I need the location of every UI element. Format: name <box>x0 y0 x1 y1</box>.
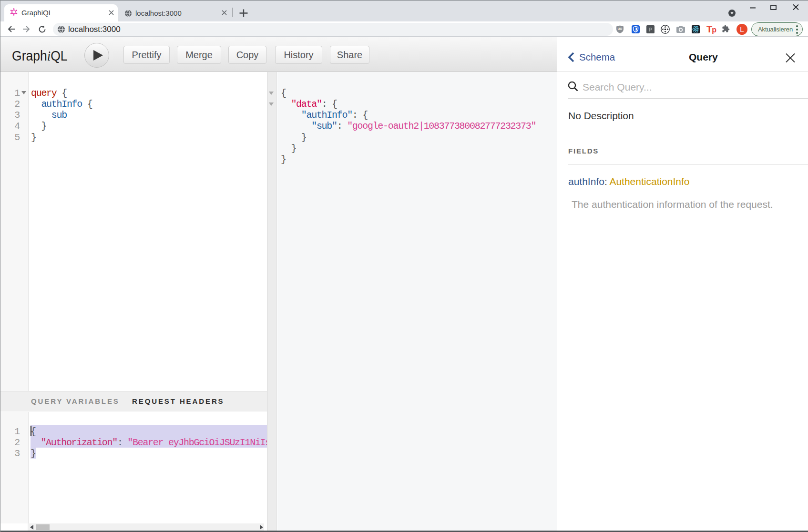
svg-text:P: P <box>649 27 652 32</box>
svg-text:UO: UO <box>618 27 623 31</box>
